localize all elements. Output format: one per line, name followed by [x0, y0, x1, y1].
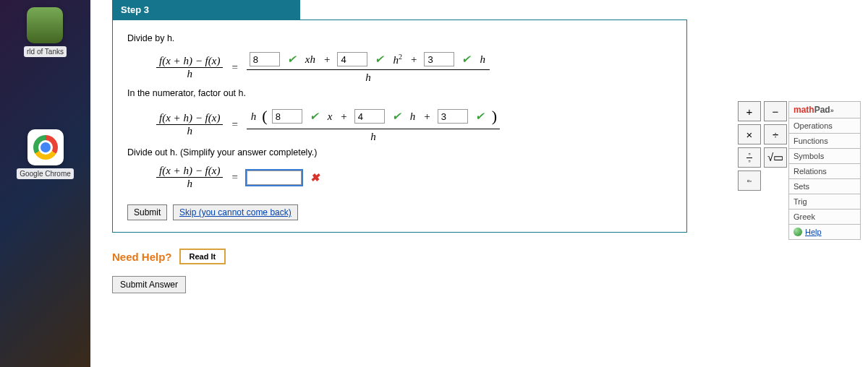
mathpad-categories: mathPad» Operations Functions Symbols Re… [788, 101, 861, 240]
input-r2-v3[interactable] [438, 109, 468, 124]
chrome-icon [27, 129, 64, 165]
input-r1-v2[interactable] [337, 52, 367, 66]
rhs-fraction-1: ✔ xh + ✔ h2 + ✔ h h [247, 51, 490, 84]
submit-button[interactable]: Submit [127, 204, 167, 220]
instruction-simplify: Divide out h. (Simplify your answer comp… [127, 147, 672, 157]
mathpad: + − × ÷ ▫▫ √▭ ▫▫ mathPad» Operations Fun… [738, 101, 865, 240]
lhs-fraction: f(x + h) − f(x) h [156, 165, 223, 190]
dock-item-tanks[interactable]: rld of Tanks [24, 7, 67, 57]
mathpad-plus[interactable]: + [738, 101, 761, 121]
step-buttons: Submit Skip (you cannot come back) [127, 204, 672, 220]
mathpad-cat-relations[interactable]: Relations [788, 164, 861, 179]
mathpad-divide[interactable]: ÷ [764, 124, 787, 144]
dock: rld of Tanks Google Chrome [0, 0, 90, 367]
rhs-fraction-2: h ( ✔ x + ✔ h + ✔ ) h [247, 105, 500, 143]
dock-label-chrome: Google Chrome [17, 168, 74, 179]
need-help-label: Need Help? [112, 251, 172, 263]
mathpad-title: mathPad» [788, 101, 861, 118]
dock-label-tanks: rld of Tanks [24, 46, 67, 57]
input-r1-v3[interactable] [424, 52, 454, 66]
lhs-fraction: f(x + h) − f(x) h [156, 112, 223, 137]
mathpad-cat-symbols[interactable]: Symbols [788, 149, 861, 164]
input-r2-v1[interactable] [272, 109, 302, 124]
mathpad-sqrt[interactable]: √▭ [764, 147, 787, 168]
equation-row-2: f(x + h) − f(x) h = h ( ✔ x + ✔ h + ✔ [156, 105, 672, 143]
submit-answer-button[interactable]: Submit Answer [112, 276, 186, 293]
equation-row-3: f(x + h) − f(x) h = ✖ [156, 165, 672, 190]
input-r3-final[interactable] [247, 170, 302, 185]
mathpad-cat-operations[interactable]: Operations [788, 118, 861, 134]
mathpad-help[interactable]: Help [788, 225, 861, 240]
mathpad-cat-greek[interactable]: Greek [788, 210, 861, 225]
instruction-factor: In the numerator, factor out h. [127, 88, 672, 98]
mathpad-cat-functions[interactable]: Functions [788, 134, 861, 149]
input-r2-v2[interactable] [354, 109, 385, 124]
help-icon [793, 228, 802, 236]
check-icon: ✔ [475, 110, 485, 123]
mathpad-cat-sets[interactable]: Sets [788, 179, 861, 194]
check-icon: ✔ [287, 53, 297, 66]
instruction-divide: Divide by h. [127, 33, 672, 43]
lhs-fraction: f(x + h) − f(x) h [156, 55, 223, 80]
check-icon: ✔ [461, 53, 471, 66]
skip-button[interactable]: Skip (you cannot come back) [173, 204, 298, 220]
mathpad-minus[interactable]: − [764, 101, 787, 121]
mathpad-fraction[interactable]: ▫▫ [738, 147, 761, 168]
mathpad-cat-trig[interactable]: Trig [788, 194, 861, 210]
check-icon: ✔ [375, 53, 384, 66]
mathpad-buttons: + − × ÷ ▫▫ √▭ ▫▫ [738, 101, 787, 191]
input-r1-v1[interactable] [250, 52, 280, 66]
read-it-button[interactable]: Read It [179, 249, 226, 264]
check-icon: ✔ [392, 110, 401, 123]
step-body: Divide by h. f(x + h) − f(x) h = ✔ xh + … [112, 20, 687, 233]
step-header: Step 3 [112, 0, 300, 20]
mathpad-times[interactable]: × [738, 124, 761, 144]
equation-row-1: f(x + h) − f(x) h = ✔ xh + ✔ h2 + ✔ h [156, 51, 672, 84]
mathpad-exponent[interactable]: ▫▫ [738, 170, 761, 191]
need-help: Need Help? Read It [112, 249, 861, 264]
dock-item-chrome[interactable]: Google Chrome [17, 129, 74, 179]
x-icon: ✖ [310, 171, 320, 184]
tanks-icon [27, 7, 63, 43]
check-icon: ✔ [310, 110, 319, 123]
